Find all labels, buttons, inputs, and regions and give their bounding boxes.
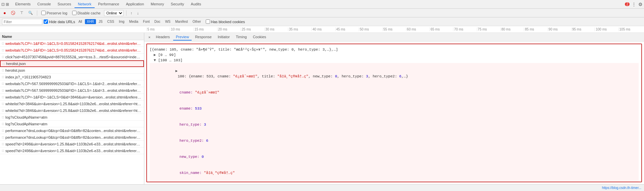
list-item[interactable]: □ whitelist?id=3846&uin=&version=1.25.8&…	[0, 107, 144, 114]
filter-doc[interactable]: Doc	[152, 19, 162, 24]
close-preview-button[interactable]: ×	[146, 34, 152, 40]
item-checkbox: □	[2, 88, 4, 92]
list-item[interactable]: □ webvitals?LCP=-1&FID=-1&CLS=0.05158241…	[0, 40, 144, 47]
tab-initiator[interactable]: Initiator	[215, 34, 233, 41]
tick-12: 65 ms	[430, 27, 453, 31]
blocked-cookies-checkbox[interactable]	[206, 19, 210, 24]
tab-console[interactable]: Console	[34, 1, 54, 8]
item-checkbox: □	[2, 55, 4, 59]
item-checkbox: □	[2, 102, 4, 106]
tick-5: 30 ms	[264, 27, 288, 31]
filter-js[interactable]: JS	[97, 19, 105, 24]
list-item[interactable]: □ log?sCloudApiName=atm	[0, 121, 144, 127]
item-checkbox: □	[2, 95, 4, 99]
hide-data-urls-label[interactable]: Hide data URLs	[44, 19, 75, 24]
disable-cache-checkbox[interactable]	[72, 11, 77, 15]
preserve-log-label[interactable]: Preserve log	[40, 10, 69, 16]
record-button[interactable]: ●	[2, 10, 7, 16]
clear-button[interactable]: 🚫	[9, 10, 17, 16]
json-item100-cname: cname: "é¿¢åˆ»æœ‡"	[150, 84, 639, 101]
item-checkbox: □	[2, 149, 4, 152]
tab-security[interactable]: Security	[167, 1, 188, 8]
json-root-line: [{ename: 105, cname: "å»¶é˜Ÿ", title: "æ…	[150, 47, 639, 52]
list-item[interactable]: □ webvitals?LCP=-1&FID=-1&CLS=0&id=3846&…	[0, 94, 144, 101]
search-button[interactable]: 🔍	[27, 10, 34, 16]
network-toolbar: ● 🚫 ⊤ 🔍 Preserve log Disable cache Onlin…	[0, 9, 644, 17]
export-button[interactable]: ↓	[136, 10, 140, 16]
list-item[interactable]: □ whitelist?id=3846&uin=&version=1.25.8&…	[0, 101, 144, 107]
json-item100-ename: ename: 533	[150, 101, 639, 117]
tab-preview[interactable]: Preview	[173, 34, 192, 41]
filter-img[interactable]: Img	[117, 19, 127, 24]
main-content: Name □ webvitals?LCP=-1&FID=-1&CLS=0.051…	[0, 33, 644, 184]
preserve-log-checkbox[interactable]	[41, 11, 46, 15]
tab-elements[interactable]: Elements	[12, 1, 34, 8]
item-checkbox: □	[2, 129, 4, 132]
json-item100-summary[interactable]: ▶ 100: {ename: 533, cname: "é¿¢åˆ»æœ‡", …	[150, 63, 639, 84]
tab-application[interactable]: Application	[122, 1, 147, 8]
item-checkbox: □	[2, 68, 4, 72]
filter-manifest[interactable]: Manifest	[173, 19, 190, 24]
list-item-herolist[interactable]: □ herolist.json	[0, 60, 144, 67]
dock-icons[interactable]: ⊡ ⊞	[1, 2, 9, 7]
json-item100-hero-type: hero_type: 3	[150, 117, 639, 133]
separator1	[37, 10, 37, 16]
more-icon[interactable]: ⋮	[632, 2, 636, 7]
tick-9: 50 ms	[359, 27, 382, 31]
tab-network[interactable]: Network	[75, 1, 95, 8]
filter-input[interactable]	[2, 19, 42, 25]
list-item[interactable]: □ performance?dnsLookup=0&tcp=0&ssl=0&tt…	[0, 127, 144, 134]
filter-xhr[interactable]: XHR	[85, 19, 96, 24]
filter-css[interactable]: CSS	[105, 19, 116, 24]
filter-ws[interactable]: WS	[163, 19, 172, 24]
list-item[interactable]: □ performance?dnsLookup=0&tcp=0&ssl=0&tt…	[0, 134, 144, 141]
item-checkbox: □	[2, 135, 4, 139]
tab-response[interactable]: Response	[192, 34, 214, 41]
list-item[interactable]: □ webvitals?LCP=567.5699999992503&FID=-1…	[0, 80, 144, 87]
blocked-cookies-label[interactable]: Has blocked cookies	[206, 19, 245, 24]
list-item[interactable]: □ click?sid=45107307458&pvid=887915552&_…	[0, 54, 144, 60]
json-item100-skin-name: skin_name: "å‡ä¸ªç®¥å†…ç"	[150, 165, 639, 181]
list-item[interactable]: □ index.js?_=1611905704823	[0, 74, 144, 80]
list-item[interactable]: □ webvitals?LCP=567.5699999992503&FID=-1…	[0, 87, 144, 94]
tick-10: 55 ms	[382, 27, 406, 31]
filter-button[interactable]: ⊤	[19, 10, 25, 16]
tick-14: 75 ms	[477, 27, 500, 31]
list-item[interactable]: □ log?sCloudApiName=atm	[0, 114, 144, 121]
item-checkbox: □	[2, 115, 4, 119]
filter-all[interactable]: All	[77, 19, 84, 24]
tab-performance[interactable]: Performance	[95, 1, 122, 8]
timeline-bar: 5 ms 10 ms 15 ms 20 ms 25 ms 30 ms 35 ms…	[0, 26, 644, 33]
item-checkbox: □	[2, 142, 4, 146]
import-button[interactable]: ↑	[129, 10, 134, 16]
tick-1: 10 ms	[170, 27, 193, 31]
list-item[interactable]: □ speed?id=2498&uin=&version=1.25.8&aid=…	[0, 141, 144, 147]
filter-media[interactable]: Media	[127, 19, 140, 24]
tab-cookies[interactable]: Cookies	[250, 34, 269, 41]
preview-panel: × Headers Preview Response Initiator Tim…	[144, 33, 644, 184]
list-item[interactable]: □ herolist.json	[0, 67, 144, 74]
throttle-select[interactable]: Online	[104, 10, 123, 16]
list-item[interactable]: □ speed?id=2498&uin=&version=1.25.8&aid=…	[0, 147, 144, 154]
hide-data-urls-checkbox[interactable]	[44, 19, 48, 24]
filter-other[interactable]: Other	[191, 19, 203, 24]
tab-audits[interactable]: Audits	[188, 1, 205, 8]
tick-18: 95 ms	[571, 27, 595, 31]
json-arr0[interactable]: ▶ [0 … 99]	[150, 52, 639, 58]
tick-13: 70 ms	[453, 27, 477, 31]
tick-4: 25 ms	[241, 27, 264, 31]
json-item100-new-type: new_type: 0	[150, 149, 639, 165]
tab-timing[interactable]: Timing	[233, 34, 250, 41]
tab-memory[interactable]: Memory	[147, 1, 167, 8]
tab-headers[interactable]: Headers	[153, 34, 172, 41]
disable-cache-label[interactable]: Disable cache	[71, 10, 102, 16]
json-arr1-header[interactable]: ▼ [100 … 103]	[150, 58, 639, 63]
settings-icon[interactable]: ⚙	[638, 2, 643, 7]
item-checkbox: □	[2, 42, 4, 45]
tab-sources[interactable]: Sources	[54, 1, 75, 8]
list-item[interactable]: □ webvitals?LCP=-1&FID=-1&CLS=0.05158241…	[0, 47, 144, 54]
tick-19: 100 ms	[595, 27, 618, 31]
url-bar: https://blog.csdn.th-timer...	[602, 186, 641, 190]
json-item100-title: title: "å‡ä¸ªç®¥å†…ç"	[150, 181, 639, 182]
filter-font[interactable]: Font	[141, 19, 152, 24]
